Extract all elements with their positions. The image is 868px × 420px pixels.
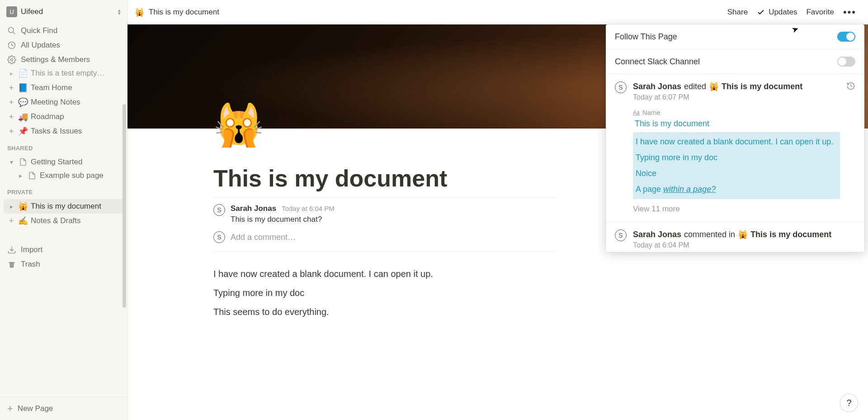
- avatar: S: [615, 81, 627, 93]
- text-block[interactable]: Typing more in my doc: [213, 283, 557, 302]
- update-entry[interactable]: S Sarah Jonas commented in 🙀 This is my …: [606, 222, 864, 252]
- updates-label: Updates: [769, 8, 797, 17]
- page-icon: [27, 172, 37, 180]
- sidebar-page-current[interactable]: ▸ 🙀 This is my document: [4, 199, 123, 214]
- text-format-icon: Aa: [633, 110, 640, 116]
- slack-toggle[interactable]: [837, 57, 855, 67]
- doc-emoji: 🙀: [135, 8, 144, 17]
- change-line: Typing more in my doc: [633, 150, 840, 166]
- chevron-right-icon[interactable]: ▸: [7, 202, 15, 210]
- new-page-label: New Page: [18, 404, 53, 413]
- page-label: Roadmap: [31, 112, 64, 121]
- plus-icon[interactable]: +: [7, 98, 15, 106]
- page-label: Example sub page: [40, 171, 104, 180]
- page-icon: 📌: [18, 126, 28, 136]
- sidebar-page-getting-started[interactable]: ▾ Getting Started: [4, 155, 123, 169]
- topbar: 🙀 This is my document Share Updates Favo…: [127, 0, 868, 24]
- text-block[interactable]: This seems to do everything.: [213, 302, 557, 321]
- text-block[interactable]: I have now created a blank document. I c…: [213, 264, 557, 283]
- gear-icon: [7, 55, 16, 64]
- private-section-label: PRIVATE: [0, 184, 127, 197]
- update-entry[interactable]: S Sarah Jonas edited 🙀 This is my docume…: [606, 74, 864, 222]
- plus-icon[interactable]: +: [7, 113, 15, 121]
- trash-icon: [7, 260, 16, 269]
- page-icon: 💬: [18, 97, 28, 107]
- change-line: I have now created a blank document. I c…: [633, 134, 840, 150]
- slack-row[interactable]: Connect Slack Channel: [606, 49, 864, 74]
- page-emoji[interactable]: 🙀: [213, 101, 264, 149]
- workspace-switcher[interactable]: U Uifeed ▴▾: [0, 0, 127, 22]
- page-title[interactable]: This is my document: [213, 129, 557, 197]
- page-content[interactable]: I have now created a blank document. I c…: [213, 252, 557, 321]
- page-label: Team Home: [31, 83, 72, 92]
- change-name-label: Aa Name: [633, 101, 840, 116]
- page-label: Getting Started: [31, 158, 82, 167]
- import-button[interactable]: Import: [4, 243, 123, 257]
- sidebar-page-meeting-notes[interactable]: + 💬 Meeting Notes: [4, 95, 123, 110]
- svg-line-1: [13, 32, 15, 34]
- sidebar-page-notes-drafts[interactable]: + ✍️ Notes & Drafts: [4, 214, 123, 228]
- chevron-up-down-icon: ▴▾: [118, 9, 121, 15]
- update-doc: This is my document: [750, 230, 831, 239]
- change-line: A page within a page?: [633, 181, 840, 197]
- change-block: I have now created a blank document. I c…: [633, 132, 840, 199]
- sidebar-page-example-sub[interactable]: ▸ Example sub page: [4, 169, 123, 182]
- chevron-right-icon[interactable]: ▸: [7, 69, 15, 77]
- updates-panel: Follow This Page Connect Slack Channel S…: [606, 24, 864, 252]
- comment-author: Sarah Jonas: [231, 204, 276, 213]
- scrollbar[interactable]: [123, 104, 126, 308]
- import-label: Import: [21, 245, 42, 254]
- plus-icon[interactable]: +: [7, 84, 15, 92]
- settings-members[interactable]: Settings & Members: [4, 52, 123, 67]
- updates-button[interactable]: Updates: [752, 6, 802, 19]
- more-button[interactable]: •••: [839, 5, 861, 20]
- update-time: Today at 6:04 PM: [633, 239, 855, 249]
- avatar: S: [213, 231, 225, 243]
- update-action: commented in: [684, 230, 735, 239]
- comment-text: This is my document chat?: [231, 213, 335, 224]
- chevron-down-icon[interactable]: ▾: [7, 158, 15, 166]
- workspace-avatar: U: [6, 6, 17, 17]
- doc-emoji: 🙀: [709, 81, 719, 91]
- trash-button[interactable]: Trash: [4, 257, 123, 272]
- page-label: Tasks & Issues: [31, 127, 82, 136]
- plus-icon: +: [7, 403, 13, 415]
- plus-icon[interactable]: +: [7, 127, 15, 135]
- trash-label: Trash: [21, 260, 40, 269]
- sidebar: U Uifeed ▴▾ Quick Find All Updates Setti…: [0, 0, 127, 420]
- change-line: Noice: [633, 166, 840, 181]
- page-icon: ✍️: [18, 216, 28, 226]
- page-icon: 🙀: [18, 201, 28, 211]
- svg-point-3: [11, 59, 13, 61]
- favorite-button[interactable]: Favorite: [802, 6, 838, 19]
- sidebar-page-tasks[interactable]: + 📌 Tasks & Issues: [4, 124, 123, 138]
- help-button[interactable]: ?: [840, 394, 858, 412]
- page-icon: 🚚: [18, 112, 28, 122]
- all-updates-label: All Updates: [21, 41, 60, 50]
- share-button[interactable]: Share: [723, 6, 752, 19]
- change-value: This is my document: [633, 116, 840, 131]
- import-icon: [7, 245, 16, 254]
- doc-title: This is my document: [149, 8, 219, 17]
- follow-toggle[interactable]: [837, 32, 855, 42]
- follow-page-row[interactable]: Follow This Page: [606, 24, 864, 49]
- new-page-button[interactable]: + New Page: [0, 397, 127, 420]
- sidebar-page-roadmap[interactable]: + 🚚 Roadmap: [4, 110, 123, 124]
- chevron-right-icon[interactable]: ▸: [16, 172, 24, 180]
- sidebar-page-team-home[interactable]: + 📘 Team Home: [4, 81, 123, 95]
- page-icon: [18, 158, 28, 166]
- svg-point-0: [9, 28, 14, 33]
- content-area: 🙀 This is my document Share Updates Favo…: [127, 0, 868, 420]
- page-icon: 📄: [18, 69, 28, 78]
- comment-time: Today at 6:04 PM: [282, 205, 335, 212]
- history-icon[interactable]: [846, 81, 855, 214]
- plus-icon[interactable]: +: [7, 217, 15, 225]
- sidebar-page[interactable]: ▸ 📄 This is a test empty…: [4, 69, 123, 81]
- view-more-link[interactable]: View 11 more: [633, 199, 840, 214]
- breadcrumb[interactable]: 🙀 This is my document: [135, 8, 219, 17]
- workspace-name: Uifeed: [21, 7, 114, 16]
- all-updates[interactable]: All Updates: [4, 38, 123, 52]
- quick-find[interactable]: Quick Find: [4, 24, 123, 38]
- add-comment-placeholder: Add a comment…: [231, 233, 296, 242]
- add-comment[interactable]: S Add a comment…: [213, 227, 557, 252]
